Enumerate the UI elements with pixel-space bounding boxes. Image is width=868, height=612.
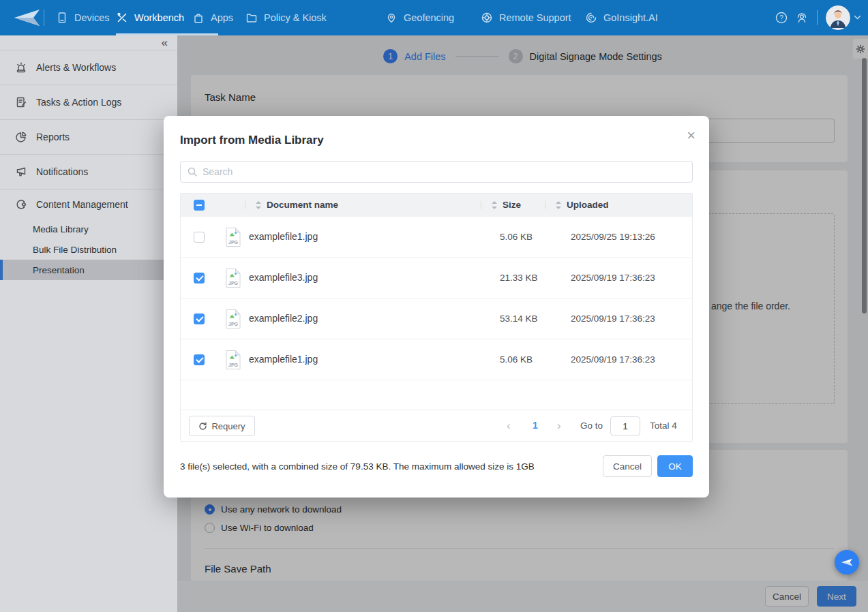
file-name: examplefile1.jpg [249,354,318,365]
remote-support-icon [481,12,493,24]
sidebar-subitem-label: Presentation [33,265,85,275]
sidebar-subitem-bulk-file-distribution[interactable]: Bulk File Distribution [0,239,177,260]
table-row[interactable]: JPG examplefile3.jpg 21.33 KB 2025/09/19… [181,258,692,299]
svg-text:JPG: JPG [228,322,239,326]
table-row[interactable]: JPG examplefile1.jpg 5.06 KB 2025/09/25 … [181,217,692,258]
sort-uploaded-icon[interactable] [556,201,561,209]
requery-label: Requery [211,421,245,431]
tab-label: Workbench [134,12,184,23]
tab-label: Devices [74,12,110,23]
table-row[interactable]: JPG examplefile1.jpg 5.06 KB 2025/09/19 … [181,339,692,380]
alerts-icon [15,61,27,74]
active-tab-underline [116,33,218,35]
sidebar-item-content-management[interactable]: Content Management [0,189,177,219]
sidebar-item-label: Reports [36,132,70,142]
goto-label: Go to [580,420,603,431]
top-navigation: Devices Workbench Apps Policy & Kiosk Ge… [0,0,868,35]
apps-icon [192,12,205,24]
close-icon[interactable]: × [687,128,695,143]
avatar[interactable] [826,5,850,30]
modal-footer: 3 file(s) selected, with a combined size… [180,455,693,477]
assistant-fab[interactable] [835,550,859,575]
sidebar-item-reports[interactable]: Reports [0,120,177,155]
sort-document-name-icon[interactable] [256,201,261,209]
devices-icon [56,12,68,24]
refresh-icon [198,422,207,431]
sidebar-item-alerts-workflows[interactable]: Alerts & Workflows [0,50,177,85]
selection-summary: 3 file(s) selected, with a combined size… [180,461,597,472]
file-name: examplefile1.jpg [249,231,318,242]
sidebar-item-tasks-action-logs[interactable]: Tasks & Action Logs [0,85,177,120]
goto-page-input[interactable] [610,416,640,435]
sidebar-item-label: Tasks & Action Logs [36,97,121,108]
table-row[interactable]: JPG examplefile2.jpg 53.14 KB 2025/09/19… [181,299,692,339]
jpg-file-icon: JPG [224,268,242,288]
nav-divider [44,10,44,26]
jpg-file-icon: JPG [224,227,242,247]
collapse-chevrons-icon[interactable]: « [162,36,168,50]
sidebar-item-label: Alerts & Workflows [36,62,116,73]
file-name: examplefile3.jpg [249,272,318,283]
tab-label: Apps [211,12,233,23]
tab-geofencing[interactable]: Geofencing [385,0,454,35]
prev-page-icon[interactable]: ‹ [507,419,511,433]
row-checkbox[interactable] [194,313,205,324]
jpg-file-icon: JPG [224,309,242,329]
tab-workbench[interactable]: Workbench [116,0,184,35]
file-uploaded-date: 2025/09/19 17:36:23 [571,273,655,283]
tasks-icon [15,96,27,108]
sort-size-icon[interactable] [492,201,497,209]
sidebar-subitem-presentation[interactable]: Presentation [0,260,177,280]
chevron-down-icon[interactable] [854,15,861,20]
row-checkbox[interactable] [194,273,205,284]
file-uploaded-date: 2025/09/19 17:36:23 [571,354,655,365]
file-size: 5.06 KB [500,232,533,242]
support-agent-icon[interactable] [795,11,809,25]
tab-devices[interactable]: Devices [56,0,110,35]
policy-kiosk-icon [245,12,258,24]
select-all-checkbox[interactable] [194,200,205,211]
sidebar-item-label: Notifications [36,166,88,177]
row-checkbox[interactable] [194,354,205,365]
row-checkbox[interactable] [194,232,205,243]
column-header-uploaded[interactable]: Uploaded [567,200,609,210]
jpg-file-icon: JPG [224,350,242,370]
help-icon[interactable]: ? [775,11,788,25]
app-window: Devices Workbench Apps Policy & Kiosk Ge… [0,0,868,612]
sidebar-subitem-media-library[interactable]: Media Library [0,219,177,239]
column-header-document-name[interactable]: Document name [267,200,338,210]
modal-ok-button[interactable]: OK [657,455,693,477]
column-header-size[interactable]: Size [503,200,521,210]
geofencing-icon [385,12,398,24]
paper-plane-icon [11,8,42,27]
next-page-icon[interactable]: › [557,419,561,433]
column-divider [545,201,545,209]
sidebar-collapse-row: « [0,35,177,50]
sidebar-item-notifications[interactable]: Notifications [0,155,177,189]
requery-button[interactable]: Requery [189,416,255,436]
svg-text:JPG: JPG [228,240,239,245]
content-management-icon [15,198,27,211]
tab-label: Policy & Kiosk [264,12,327,23]
tab-policy-kiosk[interactable]: Policy & Kiosk [245,0,327,35]
sidebar-subitem-label: Media Library [33,224,89,234]
tab-label: Remote Support [499,12,571,23]
media-files-table: Document name Size Uploaded JPG examplef… [180,193,693,442]
workbench-icon [116,12,128,24]
tab-remote-support[interactable]: Remote Support [481,0,571,35]
file-size: 5.06 KB [500,354,533,365]
current-page[interactable]: 1 [527,420,543,431]
nav-divider [817,10,818,25]
search-input[interactable] [180,161,693,183]
modal-cancel-button[interactable]: Cancel [603,455,652,477]
modal-title: Import from Media Library [180,134,324,147]
tab-apps[interactable]: Apps [192,0,233,35]
svg-text:JPG: JPG [228,363,239,367]
tab-label: GoInsight.AI [603,12,658,23]
sidebar: « Alerts & Workflows Tasks & Action Logs… [0,35,177,612]
airdroid-logo[interactable] [11,8,42,27]
reports-icon [15,131,27,143]
tab-goinsight-ai[interactable]: GoInsight.AI [585,0,658,35]
file-name: examplefile2.jpg [249,313,318,324]
paper-plane-icon [840,557,854,567]
